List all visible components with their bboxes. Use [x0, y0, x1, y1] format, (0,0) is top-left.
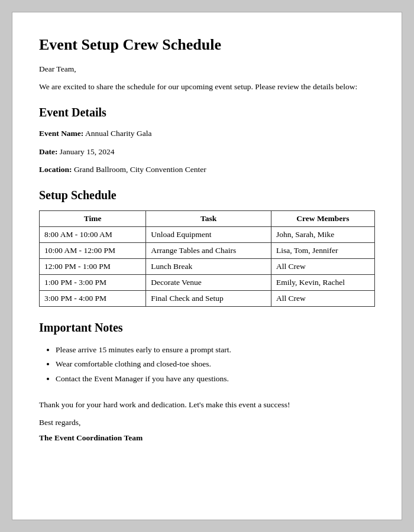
cell-time: 3:00 PM - 4:00 PM	[40, 291, 146, 307]
location-label: Location:	[39, 165, 72, 174]
cell-task: Arrange Tables and Chairs	[146, 243, 271, 259]
table-row: 10:00 AM - 12:00 PMArrange Tables and Ch…	[40, 243, 375, 259]
notes-list: Please arrive 15 minutes early to ensure…	[56, 343, 375, 386]
cell-time: 10:00 AM - 12:00 PM	[40, 243, 146, 259]
event-name-value: Annual Charity Gala	[85, 129, 151, 138]
event-name-label: Event Name:	[39, 129, 83, 138]
intro-text: We are excited to share the schedule for…	[39, 81, 375, 93]
schedule-section: Setup Schedule Time Task Crew Members 8:…	[39, 189, 375, 307]
schedule-table: Time Task Crew Members 8:00 AM - 10:00 A…	[39, 210, 375, 307]
col-header-task: Task	[146, 211, 271, 227]
date-line: Date: January 15, 2024	[39, 146, 375, 158]
closing-text: Thank you for your hard work and dedicat…	[39, 399, 375, 411]
cell-task: Lunch Break	[146, 259, 271, 275]
list-item: Please arrive 15 minutes early to ensure…	[56, 343, 375, 357]
document-title: Event Setup Crew Schedule	[39, 36, 375, 54]
list-item: Wear comfortable clothing and closed-toe…	[56, 357, 375, 371]
schedule-title: Setup Schedule	[39, 189, 375, 202]
cell-task: Unload Equipment	[146, 227, 271, 243]
cell-crew: All Crew	[271, 291, 374, 307]
table-row: 8:00 AM - 10:00 AMUnload EquipmentJohn, …	[40, 227, 375, 243]
list-item: Contact the Event Manager if you have an…	[56, 372, 375, 386]
cell-crew: All Crew	[271, 259, 374, 275]
regards: Best regards,	[39, 418, 375, 427]
table-row: 3:00 PM - 4:00 PMFinal Check and SetupAl…	[40, 291, 375, 307]
signature: The Event Coordination Team	[39, 433, 375, 443]
notes-section: Important Notes Please arrive 15 minutes…	[39, 321, 375, 386]
document: Event Setup Crew Schedule Dear Team, We …	[12, 12, 402, 520]
cell-time: 8:00 AM - 10:00 AM	[40, 227, 146, 243]
col-header-time: Time	[40, 211, 146, 227]
date-value: January 15, 2024	[60, 147, 115, 156]
cell-crew: Emily, Kevin, Rachel	[271, 275, 374, 291]
cell-crew: John, Sarah, Mike	[271, 227, 374, 243]
location-line: Location: Grand Ballroom, City Conventio…	[39, 164, 375, 176]
event-details-section: Event Details Event Name: Annual Charity…	[39, 106, 375, 176]
cell-task: Final Check and Setup	[146, 291, 271, 307]
event-details-title: Event Details	[39, 106, 375, 119]
table-row: 1:00 PM - 3:00 PMDecorate VenueEmily, Ke…	[40, 275, 375, 291]
date-label: Date:	[39, 147, 57, 156]
cell-task: Decorate Venue	[146, 275, 271, 291]
col-header-crew: Crew Members	[271, 211, 374, 227]
notes-title: Important Notes	[39, 321, 375, 335]
cell-crew: Lisa, Tom, Jennifer	[271, 243, 374, 259]
greeting: Dear Team,	[39, 64, 375, 74]
cell-time: 1:00 PM - 3:00 PM	[40, 275, 146, 291]
cell-time: 12:00 PM - 1:00 PM	[40, 259, 146, 275]
table-row: 12:00 PM - 1:00 PMLunch BreakAll Crew	[40, 259, 375, 275]
location-value: Grand Ballroom, City Convention Center	[74, 165, 206, 174]
table-header-row: Time Task Crew Members	[40, 211, 375, 227]
event-name-line: Event Name: Annual Charity Gala	[39, 128, 375, 140]
